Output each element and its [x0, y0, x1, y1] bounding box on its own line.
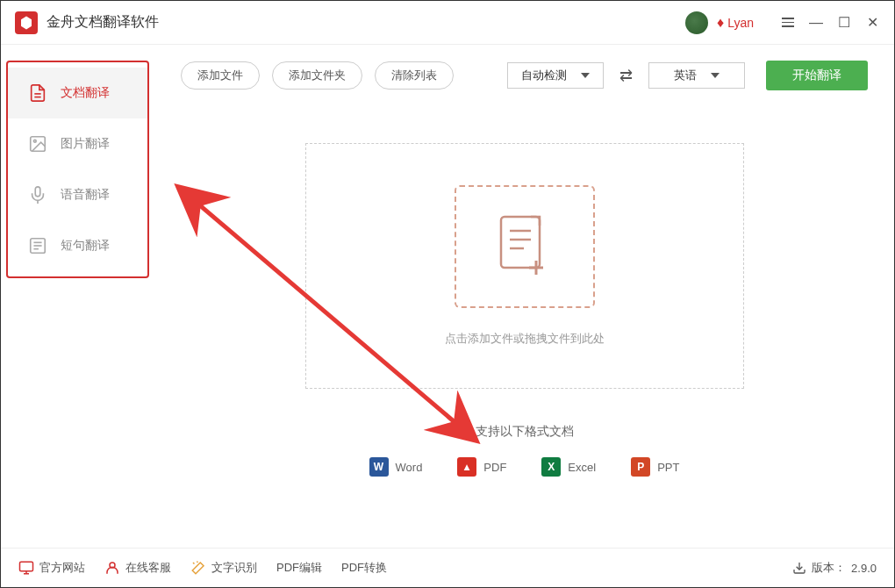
svg-rect-10 — [501, 217, 540, 268]
menu-button[interactable] — [780, 15, 796, 31]
dropzone-inner — [455, 185, 595, 308]
formats-title: 支持以下格式文档 — [181, 424, 868, 440]
format-pdf: ▴PDF — [457, 457, 506, 477]
source-language-select[interactable]: 自动检测 — [507, 62, 604, 89]
target-language-select[interactable]: 英语 — [648, 62, 745, 89]
document-icon — [27, 82, 48, 104]
sidebar-item-image-translate[interactable]: 图片翻译 — [8, 118, 147, 169]
maximize-button[interactable]: ☐ — [836, 15, 852, 31]
sidebar-item-voice-translate[interactable]: 语音翻译 — [8, 169, 147, 220]
swap-languages-button[interactable]: ⇄ — [616, 66, 636, 85]
pdf-convert-link[interactable]: PDF转换 — [341, 560, 387, 576]
svg-point-3 — [33, 140, 36, 142]
download-icon — [792, 561, 806, 575]
official-site-link[interactable]: 官方网站 — [18, 560, 85, 576]
svg-rect-4 — [35, 187, 40, 197]
close-button[interactable]: ✕ — [864, 15, 880, 31]
formats-list: WWord ▴PDF XExcel PPPT — [181, 457, 868, 477]
pdf-icon: ▴ — [457, 457, 476, 477]
clear-list-button[interactable]: 清除列表 — [375, 61, 454, 90]
avatar[interactable] — [685, 11, 708, 34]
user-badge[interactable]: ♦ Lyan — [717, 15, 754, 31]
add-folder-button[interactable]: 添加文件夹 — [272, 61, 362, 90]
microphone-icon — [27, 184, 48, 205]
format-word: WWord — [369, 457, 423, 477]
image-icon — [27, 133, 48, 154]
app-logo-icon — [15, 11, 38, 34]
monitor-icon — [18, 560, 34, 576]
minimize-button[interactable]: — — [808, 15, 824, 31]
user-name: Lyan — [727, 16, 754, 30]
dropzone[interactable]: 点击添加文件或拖拽文件到此处 — [305, 143, 744, 389]
sidebar-item-sentence-translate[interactable]: 短句翻译 — [8, 220, 147, 271]
titlebar: 金舟文档翻译软件 ♦ Lyan — ☐ ✕ — [1, 1, 894, 45]
sidebar-highlight-box: 文档翻译 图片翻译 语音翻译 — [6, 61, 149, 278]
svg-rect-16 — [20, 562, 33, 571]
pdf-edit-link[interactable]: PDF编辑 — [276, 560, 322, 576]
main-area: 添加文件 添加文件夹 清除列表 自动检测 ⇄ 英语 开始翻译 — [154, 45, 894, 548]
text-lines-icon — [27, 235, 48, 256]
add-file-button[interactable]: 添加文件 — [181, 61, 260, 90]
document-add-icon — [494, 212, 555, 282]
start-translate-button[interactable]: 开始翻译 — [766, 61, 868, 90]
headset-icon — [104, 560, 120, 576]
format-excel: XExcel — [541, 457, 596, 477]
sidebar-item-label: 图片翻译 — [61, 136, 110, 152]
wand-icon — [190, 560, 206, 576]
toolbar: 添加文件 添加文件夹 清除列表 自动检测 ⇄ 英语 开始翻译 — [181, 61, 868, 90]
app-title: 金舟文档翻译软件 — [47, 13, 159, 32]
sidebar-item-label: 文档翻译 — [61, 85, 110, 101]
sidebar-item-label: 语音翻译 — [61, 187, 110, 203]
sidebar: 文档翻译 图片翻译 语音翻译 — [1, 45, 154, 548]
footer: 官方网站 在线客服 文字识别 PDF编辑 PDF转换 版本： 2.9.0 — [1, 548, 894, 587]
sidebar-item-label: 短句翻译 — [61, 238, 110, 254]
excel-icon: X — [541, 457, 561, 477]
version-info: 版本： 2.9.0 — [792, 560, 877, 576]
ppt-icon: P — [631, 457, 650, 477]
app-window: 金舟文档翻译软件 ♦ Lyan — ☐ ✕ 文档翻译 — [0, 0, 895, 588]
online-service-link[interactable]: 在线客服 — [104, 560, 171, 576]
ocr-link[interactable]: 文字识别 — [190, 560, 257, 576]
dropzone-hint: 点击添加文件或拖拽文件到此处 — [445, 331, 605, 347]
sidebar-item-doc-translate[interactable]: 文档翻译 — [8, 68, 147, 118]
word-icon: W — [369, 457, 389, 477]
diamond-icon: ♦ — [717, 15, 724, 31]
format-ppt: PPPT — [631, 457, 679, 477]
